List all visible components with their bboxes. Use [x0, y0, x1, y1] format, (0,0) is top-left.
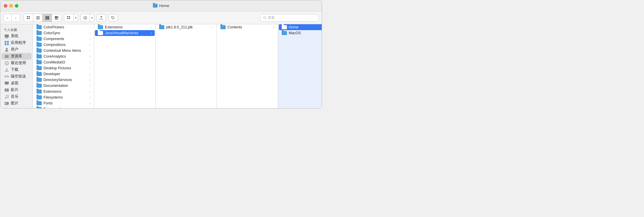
svg-rect-26 [5, 41, 6, 43]
svg-rect-3 [29, 18, 30, 19]
svg-rect-31 [5, 55, 6, 58]
view-options-arrow[interactable]: ▾ [74, 14, 78, 22]
chevron-icon: › [90, 102, 90, 105]
col5-macos[interactable]: MacOS › [279, 30, 322, 36]
nav-arrows: ‹ › [3, 14, 20, 22]
folder-icon [36, 43, 42, 47]
sidebar-item-desktop[interactable]: 桌面 [1, 80, 32, 87]
col1-coreanalytics[interactable]: CoreAnalytics › [34, 54, 93, 59]
svg-rect-16 [67, 16, 68, 17]
view-gallery-button[interactable] [52, 14, 61, 22]
folder-icon [36, 66, 42, 70]
col1-colorsync[interactable]: ColorSync › [34, 30, 93, 36]
folder-icon [36, 37, 42, 41]
svg-rect-25 [5, 38, 8, 38]
sidebar-label-desktop: 桌面 [11, 81, 18, 86]
col1-components[interactable]: Components › [34, 36, 93, 42]
column-jdk: jdk1.8.0_211.jdk › [156, 24, 217, 108]
sidebar-label-apps: 应用程序 [11, 40, 26, 45]
svg-rect-11 [58, 16, 58, 17]
col1-colorpickers[interactable]: ColorPickers › [34, 24, 93, 30]
col1-developer[interactable]: Developer › [34, 71, 93, 77]
folder-icon [159, 25, 164, 29]
svg-rect-23 [5, 35, 9, 37]
svg-rect-15 [57, 19, 58, 20]
content-area: 个人收藏 系统 应用程序 用户 [0, 24, 322, 108]
arrange-button[interactable] [81, 14, 90, 22]
close-button[interactable] [4, 4, 7, 8]
folder-icon [36, 78, 42, 82]
view-list-button[interactable] [33, 14, 43, 22]
folder-icon [36, 54, 42, 58]
library-icon [4, 54, 9, 59]
col3-jdk[interactable]: jdk1.8.0_211.jdk › [156, 24, 216, 30]
item-name: Frameworks [43, 107, 88, 108]
col5-home[interactable]: Home › [279, 24, 322, 30]
chevron-icon: › [90, 84, 90, 87]
svg-rect-6 [36, 19, 40, 19]
col1-documentation[interactable]: Documentation › [34, 83, 93, 89]
item-name: ColorPickers [43, 25, 88, 29]
col1-frameworks[interactable]: Frameworks › [34, 106, 93, 108]
folder-icon [282, 31, 287, 35]
column-home: Home › MacOS › [278, 24, 322, 108]
sidebar-item-library[interactable]: 资源库 [1, 53, 32, 60]
svg-rect-10 [55, 16, 57, 18]
col1-contextual[interactable]: Contextual Menu Items › [34, 48, 93, 54]
item-name: Compositions [43, 43, 88, 47]
sidebar-item-system[interactable]: 系统 [1, 33, 32, 39]
sidebar-item-airdrop[interactable]: 隔空投送 [1, 73, 32, 80]
col1-fonts[interactable]: Fonts › [34, 100, 93, 106]
sidebar-item-recent[interactable]: 最近使用 [1, 60, 32, 66]
folder-icon [36, 60, 42, 64]
col1-filesystems[interactable]: Filesystems › [34, 94, 93, 100]
sidebar-item-downloads[interactable]: 下载 [1, 66, 32, 73]
chevron-icon: › [90, 49, 90, 52]
col1-coremediaio[interactable]: CoreMediaIO › [34, 59, 93, 65]
svg-rect-27 [7, 41, 9, 43]
col1-directoryservices[interactable]: DirectoryServices › [34, 77, 93, 83]
finder-window: Home ‹ › [0, 0, 322, 108]
maximize-button[interactable] [15, 4, 18, 8]
arrange-arrow[interactable]: ▾ [90, 14, 94, 22]
sidebar-item-apps[interactable]: 应用程序 [1, 39, 32, 46]
view-icons-button[interactable] [24, 14, 33, 22]
folder-icon [36, 107, 42, 108]
col2-extensions[interactable]: Extensions › [95, 24, 155, 30]
music-icon [4, 94, 9, 99]
toolbar: ‹ › [0, 11, 322, 24]
photos-icon [4, 101, 9, 106]
col2-javavirtualmachines[interactable]: JavaVirtualMachines › [95, 30, 155, 36]
sidebar-label-wubohui: wubohui [11, 108, 25, 108]
users-icon [4, 47, 9, 52]
sidebar-item-movies[interactable]: 影片 [1, 87, 32, 93]
view-columns-button[interactable] [43, 14, 52, 22]
forward-button[interactable]: › [12, 14, 20, 22]
folder-icon [282, 25, 287, 29]
folder-icon [36, 25, 42, 29]
search-box[interactable]: 搜索 [260, 14, 319, 22]
item-name: Components [43, 37, 88, 41]
window-title-area: Home [153, 4, 169, 8]
svg-rect-12 [58, 17, 58, 18]
svg-rect-14 [56, 19, 57, 20]
movies-icon [4, 88, 9, 92]
view-switcher [24, 14, 62, 22]
sidebar-item-users[interactable]: 用户 [1, 46, 32, 53]
sidebar-item-photos[interactable]: 图片 [1, 100, 32, 107]
svg-rect-7 [46, 16, 46, 20]
chevron-icon: › [90, 78, 90, 82]
tag-button[interactable] [108, 14, 118, 22]
minimize-button[interactable] [9, 4, 13, 8]
sidebar-item-wubohui[interactable]: wubohui [1, 107, 32, 108]
col1-desktoppictures[interactable]: Desktop Pictures › [34, 65, 93, 71]
item-name: Developer [43, 72, 88, 76]
col1-compositions[interactable]: Compositions › [34, 42, 93, 48]
system-icon [4, 34, 9, 39]
sidebar-item-music[interactable]: 音乐 [1, 93, 32, 100]
view-options-button[interactable] [64, 14, 74, 22]
share-button[interactable] [97, 14, 106, 22]
col1-extensions[interactable]: Extensions › [34, 89, 93, 94]
back-button[interactable]: ‹ [4, 14, 12, 22]
col4-contents[interactable]: Contents › [217, 24, 277, 30]
